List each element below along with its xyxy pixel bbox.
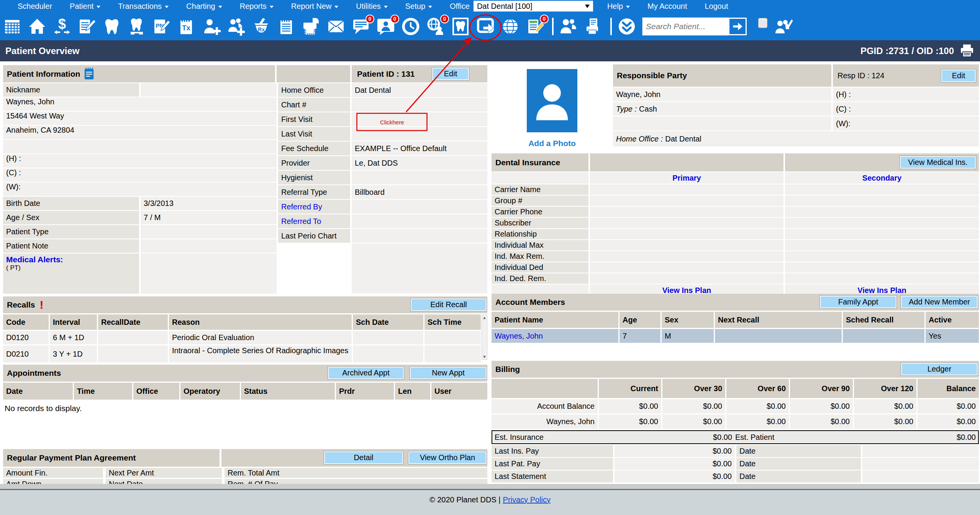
print-forms-icon[interactable] [302, 17, 320, 36]
nickname-value [141, 83, 277, 97]
select-patient-icon[interactable] [774, 17, 793, 36]
ledger-notes-icon[interactable] [78, 17, 96, 36]
more-options-chevrons-icon[interactable] [618, 17, 636, 36]
batch-print-icon[interactable] [584, 17, 603, 36]
recall-row[interactable]: D0210 3 Y + 1D Intraoral - Complete Seri… [3, 346, 487, 362]
payments-icon[interactable] [53, 17, 71, 36]
email-icon[interactable] [327, 17, 345, 36]
patient-information-title: Patient Information [7, 69, 80, 79]
progress-notes-icon[interactable] [152, 17, 171, 36]
balance-current: $0.00 [599, 399, 661, 413]
menu-charting[interactable]: Charting [177, 2, 231, 11]
patient-notes-icon[interactable] [84, 67, 94, 80]
member-name-link[interactable]: Waynes, John [492, 329, 618, 343]
patient-name-value: Waynes, John [3, 97, 277, 111]
account-members-title: Account Members [495, 298, 565, 307]
office-select[interactable]: Dat Dental [100] [474, 1, 593, 12]
insurance-primary-value [590, 229, 783, 239]
search-option-checkbox[interactable] [758, 18, 767, 28]
routing-slip-icon[interactable] [277, 17, 295, 36]
appointments-empty-message: No records to display. [3, 401, 487, 444]
recall-date [98, 346, 168, 362]
perio-chart-tooth-icon[interactable] [128, 17, 146, 36]
content-area: Patient Information Patient ID : 131 Edi… [0, 61, 980, 489]
recall-row[interactable]: D0120 6 M + 1D Periodic Oral Evaluation [3, 331, 487, 344]
account-member-row[interactable]: Waynes, John 7 M Yes [492, 329, 979, 343]
search-go-button[interactable] [728, 18, 747, 35]
referred-by-link[interactable]: Referred By [278, 200, 350, 214]
online-forms-icon[interactable]: 0 [526, 17, 544, 36]
print-page-icon[interactable] [959, 43, 975, 59]
text-message-icon[interactable]: 0 [352, 17, 370, 36]
referred-to-link[interactable]: Referred To [278, 214, 350, 228]
balance-over-60: $0.00 [726, 399, 789, 413]
medical-alerts-sub: ( PT) [6, 264, 21, 272]
menu-help[interactable]: Help [598, 2, 639, 11]
photo-zone: Add a Photo [492, 61, 612, 153]
view-ortho-plan-button[interactable]: View Ortho Plan [408, 451, 487, 464]
home-office-label: Home Office : [616, 135, 663, 143]
treatment-plan-icon[interactable] [177, 17, 196, 36]
menu-label: Office [450, 2, 470, 11]
page-footer: © 2020 Planet DDS | Privacy Policy [0, 489, 980, 515]
add-photo-link[interactable]: Add a Photo [521, 139, 583, 148]
recalls-scrollbar[interactable]: ▲▼ [482, 314, 487, 360]
patient-info-middle-column: Home OfficeDat Dental Chart # First Visi… [278, 83, 487, 244]
menu-setup[interactable]: Setup [397, 2, 441, 11]
menu-patient[interactable]: Patient [61, 2, 109, 11]
balance-over-60: $0.00 [726, 415, 789, 429]
restorative-chart-tooth-icon[interactable] [103, 17, 121, 36]
primary-insurance-link[interactable]: Primary [590, 172, 783, 184]
chat-icon[interactable]: 0 [377, 17, 395, 36]
online-forms-badge: 0 [540, 15, 549, 23]
clickhere-annotation-box[interactable]: Clickhere [356, 113, 428, 131]
insurance-primary-value [590, 196, 783, 206]
menu-utilities[interactable]: Utilities [347, 2, 396, 11]
secondary-insurance-link[interactable]: Secondary [785, 172, 979, 184]
insurance-row: Individual Ded [492, 262, 979, 273]
add-new-member-button[interactable]: Add New Member [901, 296, 978, 308]
scroll-down-icon[interactable]: ▼ [482, 354, 487, 359]
archived-appt-button[interactable]: Archived Appt [328, 367, 404, 379]
ledger-button[interactable]: Ledger [901, 363, 978, 375]
schedule-calendar-icon[interactable] [3, 17, 21, 36]
web-globe-icon[interactable] [501, 17, 519, 36]
imaging-tooth-icon[interactable] [451, 17, 470, 36]
family-appt-button[interactable]: Family Appt [820, 296, 896, 308]
add-patient-icon[interactable] [202, 17, 221, 36]
billing-title: Billing [495, 365, 520, 374]
scroll-up-icon[interactable]: ▲ [482, 315, 487, 320]
detail-button[interactable]: Detail [324, 451, 403, 464]
add-family-member-icon[interactable] [227, 17, 246, 36]
menu-transactions[interactable]: Transactions [109, 2, 177, 11]
privacy-policy-link[interactable]: Privacy Policy [503, 495, 551, 504]
last-ins-pay-date [862, 445, 979, 457]
menu-my-account[interactable]: My Account [639, 2, 696, 11]
menu-report-new[interactable]: Report New [282, 2, 347, 11]
menu-reports[interactable]: Reports [231, 2, 282, 11]
patient-photo-card[interactable]: Add a Photo [521, 64, 583, 150]
birth-date-value: 3/3/2013 [141, 197, 277, 210]
menu-scheduler[interactable]: Scheduler [0, 2, 61, 11]
page-title: Patient Overview [5, 46, 79, 56]
prescriptions-rx-icon[interactable] [252, 17, 270, 36]
referral-type-label: Referral Type [278, 185, 350, 199]
col-over-90: Over 90 [790, 379, 853, 398]
edit-responsible-button[interactable]: Edit [941, 69, 976, 82]
remote-monitor-arrow-icon[interactable] [476, 17, 495, 36]
chevron-down-icon [270, 6, 274, 8]
patient-portal-icon[interactable]: 0 [426, 17, 445, 36]
edit-patient-button[interactable]: Edit [432, 67, 469, 80]
payment-plan-header-right: Detail View Ortho Plan [221, 449, 487, 467]
home-icon[interactable] [28, 17, 46, 36]
time-clock-icon[interactable] [402, 17, 420, 36]
new-appt-button[interactable]: New Appt [410, 367, 487, 379]
search-patient-input[interactable] [646, 22, 725, 31]
patient-list-icon[interactable] [559, 17, 578, 36]
menu-logout[interactable]: Logout [696, 2, 737, 11]
view-medical-ins-button[interactable]: View Medical Ins. [900, 156, 976, 169]
col-status: Status [241, 383, 335, 400]
medical-alerts-link[interactable]: Medical Alerts: [6, 255, 63, 264]
home-phone-label: (H) : [3, 154, 277, 168]
edit-recall-button[interactable]: Edit Recall [411, 298, 487, 311]
